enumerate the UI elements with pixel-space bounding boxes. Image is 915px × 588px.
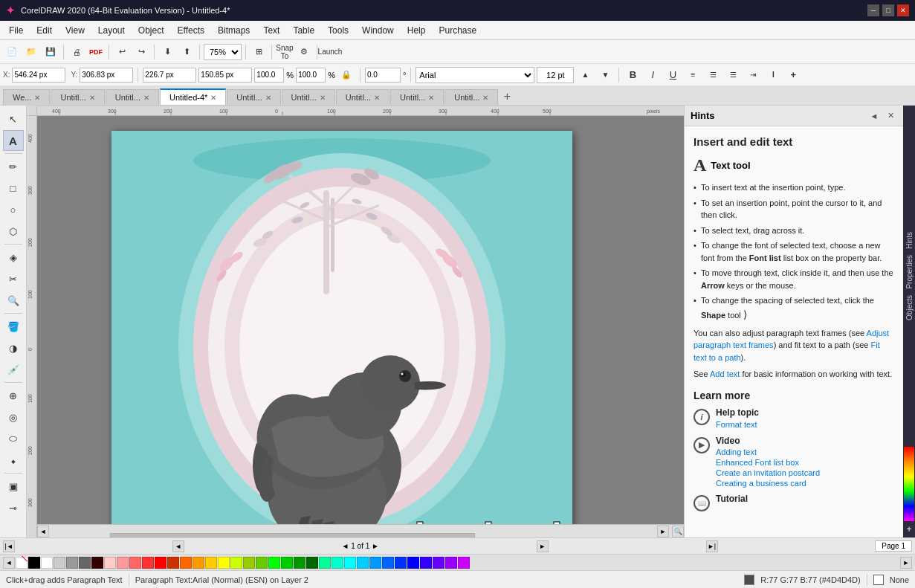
page-first-button[interactable]: |◄ [3, 540, 15, 552]
color-orange1[interactable] [167, 557, 179, 569]
angle-input[interactable] [365, 68, 401, 83]
tab-close-3[interactable]: ✕ [210, 94, 216, 102]
menu-view[interactable]: View [59, 23, 91, 38]
color-cyan1[interactable] [319, 557, 331, 569]
numbered-list-button[interactable]: ☰ [724, 66, 742, 84]
export-button[interactable]: ⬆ [178, 43, 195, 61]
tab-close-7[interactable]: ✕ [428, 94, 434, 102]
blend-tool[interactable]: ⊕ [3, 385, 24, 406]
connector-tool[interactable]: ⊸ [3, 497, 24, 518]
tab-8[interactable]: Untitl...✕ [444, 89, 498, 105]
menu-tools[interactable]: Tools [322, 23, 355, 38]
text-tool[interactable]: A [3, 130, 24, 151]
color-cyan3[interactable] [344, 557, 356, 569]
tab-0[interactable]: We...✕ [3, 89, 50, 105]
crop-tool[interactable]: ✂ [3, 268, 24, 289]
maximize-button[interactable]: □ [882, 4, 894, 16]
hints-close-button[interactable]: ✕ [884, 109, 897, 123]
view-mode-button[interactable]: ⊞ [250, 43, 268, 61]
bold-button[interactable]: B [624, 66, 641, 84]
menu-effects[interactable]: Effects [172, 23, 210, 38]
tab-4[interactable]: Untitl...✕ [227, 89, 280, 105]
color-orange2[interactable] [180, 557, 192, 569]
tab-close-0[interactable]: ✕ [34, 94, 40, 102]
ellipse-tool[interactable]: ○ [3, 199, 24, 220]
color-yellow1[interactable] [205, 557, 217, 569]
launch-button[interactable]: Launch [321, 43, 339, 61]
palette-scroll-right[interactable]: ► [900, 557, 912, 569]
video-link-3[interactable]: Creating a business card [716, 479, 820, 488]
color-green4[interactable] [281, 557, 293, 569]
menu-help[interactable]: Help [401, 23, 432, 38]
menu-window[interactable]: Window [356, 23, 400, 38]
tab-close-8[interactable]: ✕ [482, 94, 488, 102]
options-button[interactable]: ⚙ [295, 43, 313, 61]
format-text-link[interactable]: Format text [716, 420, 757, 429]
tab-2[interactable]: Untitl...✕ [106, 89, 159, 105]
adjust-para-link[interactable]: Adjust paragraph text frames [693, 329, 889, 350]
color-blue4[interactable] [407, 557, 419, 569]
envelope-tool[interactable]: ⬭ [3, 428, 24, 449]
scroll-left-button[interactable]: ◄ [37, 526, 49, 537]
color-black[interactable] [28, 557, 40, 569]
color-yellow3[interactable] [230, 557, 242, 569]
width-input[interactable] [143, 68, 196, 83]
zoom-tool[interactable]: 🔍 [3, 290, 24, 311]
rectangle-tool[interactable]: □ [3, 178, 24, 198]
color-blue2[interactable] [382, 557, 394, 569]
print-button[interactable]: 🖨 [68, 43, 85, 61]
pick-tool[interactable]: ↖ [3, 109, 24, 129]
shape-tool[interactable]: ◈ [3, 247, 24, 268]
close-button[interactable]: ✕ [897, 4, 909, 16]
height-input[interactable] [198, 68, 252, 83]
color-pink2[interactable] [117, 557, 129, 569]
minimize-button[interactable]: ─ [867, 4, 879, 16]
add-text-link[interactable]: Add text [710, 369, 740, 378]
width-pct-input[interactable] [254, 68, 284, 83]
color-purple3[interactable] [445, 557, 457, 569]
transparency-tool[interactable]: ◑ [3, 337, 24, 358]
color-cyan2[interactable] [332, 557, 343, 569]
text-format-button[interactable]: I [764, 66, 782, 84]
text-align-button[interactable]: ≡ [684, 66, 702, 84]
fill-tool[interactable]: 🪣 [3, 316, 24, 337]
italic-button[interactable]: I [644, 66, 662, 84]
height-pct-input[interactable] [296, 68, 326, 83]
color-brown1[interactable] [91, 557, 103, 569]
tab-6[interactable]: Untitl...✕ [336, 89, 389, 105]
x-input[interactable] [12, 68, 65, 83]
color-purple2[interactable] [433, 557, 444, 569]
snap-to-button[interactable]: Snap To [276, 43, 294, 61]
tab-7[interactable]: Untitl...✕ [390, 89, 444, 105]
color-green3[interactable] [268, 557, 280, 569]
tab-close-4[interactable]: ✕ [265, 94, 271, 102]
color-orange3[interactable] [193, 557, 204, 569]
menu-table[interactable]: Table [287, 23, 320, 38]
scroll-right-button[interactable]: ► [657, 526, 669, 537]
objects-tab-label[interactable]: Objects [905, 292, 914, 323]
font-size-input[interactable] [537, 67, 574, 83]
video-link-2[interactable]: Create an invitation postcard [716, 468, 820, 477]
pdf-button[interactable]: PDF [87, 43, 105, 61]
tab-3[interactable]: Untitled-4*✕ [160, 88, 226, 105]
menu-purchase[interactable]: Purchase [433, 23, 482, 38]
color-red1[interactable] [129, 557, 141, 569]
tab-close-1[interactable]: ✕ [89, 94, 95, 102]
freehand-tool[interactable]: ✏ [3, 156, 24, 177]
menu-text[interactable]: Text [257, 23, 285, 38]
open-button[interactable]: 📁 [22, 43, 40, 61]
canvas-background[interactable]: I ↕ ◄ ► 🔍 [37, 116, 684, 537]
menu-object[interactable]: Object [132, 23, 170, 38]
tab-close-2[interactable]: ✕ [143, 94, 149, 102]
add-text-button[interactable]: + [784, 66, 802, 84]
hints-back-button[interactable]: ◄ [867, 109, 881, 123]
color-teal1[interactable] [294, 557, 305, 569]
page-last-button[interactable]: ►| [706, 540, 718, 552]
color-white[interactable] [41, 557, 53, 569]
hints-tab-label[interactable]: Hints [905, 229, 914, 252]
underline-button[interactable]: U [664, 66, 682, 84]
contour-tool[interactable]: ◎ [3, 407, 24, 427]
undo-button[interactable]: ↩ [113, 43, 131, 61]
tab-close-6[interactable]: ✕ [374, 94, 380, 102]
properties-tab-label[interactable]: Properties [905, 252, 914, 292]
